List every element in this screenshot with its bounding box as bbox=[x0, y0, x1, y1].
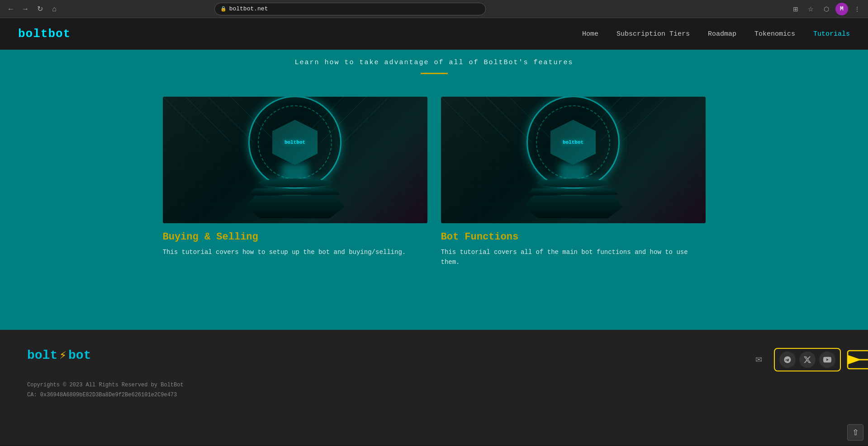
youtube-button[interactable] bbox=[819, 352, 835, 368]
hex-platform-2 bbox=[523, 196, 623, 218]
lock-icon: 🔒 bbox=[220, 6, 227, 12]
email-button[interactable]: ✉ bbox=[750, 352, 767, 368]
nav-item-tutorials[interactable]: Tutorials bbox=[813, 30, 850, 38]
hex-glow-ring-1: boltbot bbox=[254, 102, 336, 183]
tutorial-card-buying-selling[interactable]: boltbot Buying & Selling This tutorial c… bbox=[163, 97, 427, 268]
nav-link-tokenomics[interactable]: Tokenomics bbox=[754, 30, 795, 38]
cast-button[interactable]: ⬡ bbox=[820, 3, 833, 15]
hex-text-2: boltbot bbox=[563, 140, 583, 145]
reload-button[interactable]: ↻ bbox=[33, 3, 46, 15]
website: boltbot Home Subscription Tiers Roadmap … bbox=[0, 18, 868, 445]
footer-bottom: ⇧ bbox=[0, 418, 868, 445]
home-button[interactable]: ⌂ bbox=[48, 3, 61, 15]
thumbnail-inner-2: boltbot bbox=[441, 97, 706, 223]
footer: bolt ⚡ bot Copyrights © 2023 All Rights … bbox=[0, 330, 868, 418]
hex-glow-ring-2: boltbot bbox=[532, 102, 614, 183]
navbar: boltbot Home Subscription Tiers Roadmap … bbox=[0, 18, 868, 50]
tutorials-grid: boltbot Buying & Selling This tutorial c… bbox=[163, 97, 706, 268]
svg-line-13 bbox=[622, 97, 667, 142]
footer-ca: CA: 0x36948A6809bE82D3Ba8De9f2Be626101e2… bbox=[27, 390, 184, 400]
telegram-icon bbox=[783, 356, 792, 364]
youtube-icon bbox=[823, 356, 831, 364]
twitter-icon bbox=[803, 356, 811, 364]
bolt-lightning-icon: ⚡ bbox=[59, 348, 66, 362]
footer-logo: bolt ⚡ bot bbox=[27, 348, 184, 362]
menu-button[interactable]: ⋮ bbox=[851, 3, 863, 15]
browser-nav-buttons: ← → ↻ ⌂ bbox=[5, 3, 61, 15]
main-content: Learn how to take advantage of all of Bo… bbox=[0, 50, 868, 330]
svg-line-0 bbox=[163, 97, 208, 142]
tutorial-desc-2: This tutorial covers all of the main bot… bbox=[441, 247, 706, 268]
browser-right-icons: ⊞ ☆ ⬡ M ⋮ bbox=[789, 3, 863, 15]
social-section bbox=[774, 348, 841, 371]
copyright-text: Copyrights © 2023 All Rights Reserved by… bbox=[27, 380, 184, 390]
back-button[interactable]: ← bbox=[5, 3, 17, 15]
footer-logo-bot: bot bbox=[68, 348, 91, 362]
svg-line-6 bbox=[344, 97, 389, 142]
divider-line bbox=[421, 73, 448, 74]
tutorial-card-bot-functions[interactable]: boltbot Bot Functions This tutorial cove… bbox=[441, 97, 706, 268]
tutorial-thumbnail-2: boltbot bbox=[441, 97, 706, 223]
url-text: boltbot.net bbox=[229, 5, 268, 12]
site-logo[interactable]: boltbot bbox=[18, 27, 71, 41]
profile-avatar[interactable]: M bbox=[835, 3, 848, 15]
nav-link-roadmap[interactable]: Roadmap bbox=[708, 30, 736, 38]
browser-chrome: ← → ↻ ⌂ 🔒 boltbot.net ⊞ ☆ ⬡ M ⋮ bbox=[0, 0, 868, 18]
tutorial-title-1: Buying & Selling bbox=[163, 231, 427, 243]
twitter-button[interactable] bbox=[799, 352, 816, 368]
hex-text-1: boltbot bbox=[285, 140, 305, 145]
footer-right: ✉ bbox=[750, 348, 841, 371]
arrow-annotation bbox=[843, 344, 868, 376]
nav-links: Home Subscription Tiers Roadmap Tokenomi… bbox=[582, 30, 850, 38]
scroll-top-button[interactable]: ⇧ bbox=[847, 424, 863, 441]
svg-line-1 bbox=[185, 97, 231, 142]
social-icons bbox=[774, 348, 841, 371]
svg-line-8 bbox=[464, 97, 509, 142]
extensions-button[interactable]: ⊞ bbox=[789, 3, 802, 15]
hex-platform-1 bbox=[245, 196, 345, 218]
forward-button[interactable]: → bbox=[19, 3, 32, 15]
bot-logo-scene-1: boltbot bbox=[245, 102, 345, 218]
nav-link-subscription[interactable]: Subscription Tiers bbox=[617, 30, 690, 38]
bot-logo-scene-2: boltbot bbox=[523, 102, 623, 218]
telegram-button[interactable] bbox=[779, 352, 796, 368]
nav-item-subscription[interactable]: Subscription Tiers bbox=[617, 30, 690, 38]
pedestal-2 bbox=[537, 178, 609, 188]
tutorial-title-2: Bot Functions bbox=[441, 231, 706, 243]
tutorial-desc-1: This tutorial covers how to setup up the… bbox=[163, 247, 427, 257]
page-subtitle: Learn how to take advantage of all of Bo… bbox=[72, 59, 796, 66]
nav-link-tutorials[interactable]: Tutorials bbox=[813, 30, 850, 38]
pedestal-base-1 bbox=[250, 188, 340, 195]
footer-copyright: Copyrights © 2023 All Rights Reserved by… bbox=[27, 380, 184, 400]
bookmark-button[interactable]: ☆ bbox=[805, 3, 817, 15]
nav-item-home[interactable]: Home bbox=[582, 30, 598, 38]
hex-shape-1: boltbot bbox=[272, 120, 318, 165]
thumbnail-inner-1: boltbot bbox=[163, 97, 427, 223]
nav-item-roadmap[interactable]: Roadmap bbox=[708, 30, 736, 38]
footer-logo-bolt: bolt bbox=[27, 348, 57, 362]
pedestal-base-2 bbox=[528, 188, 618, 195]
tutorial-thumbnail-1: boltbot bbox=[163, 97, 427, 223]
pedestal-1 bbox=[259, 178, 331, 188]
footer-left: bolt ⚡ bot Copyrights © 2023 All Rights … bbox=[27, 348, 184, 400]
nav-link-home[interactable]: Home bbox=[582, 30, 598, 38]
hex-shape-2: boltbot bbox=[550, 120, 596, 165]
nav-item-tokenomics[interactable]: Tokenomics bbox=[754, 30, 795, 38]
svg-line-7 bbox=[441, 97, 486, 142]
address-bar[interactable]: 🔒 boltbot.net bbox=[214, 3, 486, 15]
